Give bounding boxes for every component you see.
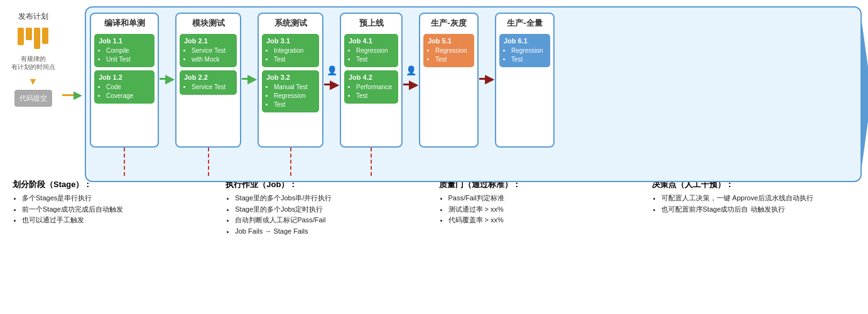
gate-exp-item-1: 测试通过率 > xx% [448, 204, 643, 215]
schedule-subtitle: 有规律的 有计划的时间点 [11, 55, 55, 71]
job-3-2: Job 3.2 Manual Test Regression Test [262, 70, 319, 112]
job-1-2: Job 1.2 Code Coverage [94, 70, 155, 104]
arrow-2-3: ▶ [242, 71, 257, 86]
stage-rect-1: 编译和单测 Job 1.1 Compile Unit Test Job 1.2 [90, 13, 159, 148]
job-6-1: Job 6.1 Regression Test [499, 34, 550, 67]
job4-2-item-1: Test [356, 92, 394, 100]
top-row: 发布计划 有规律的 有计划的时间点 ▼ 代码提交 ▶ [6, 6, 862, 173]
down-arrow-icon: ▼ [28, 76, 38, 87]
pipeline-stages-container: 编译和单测 Job 1.1 Compile Unit Test Job 1.2 [85, 6, 862, 182]
bar4 [42, 28, 48, 44]
job3-1-items: Integration Test [266, 46, 315, 64]
job1-1-item-0: Compile [106, 46, 150, 55]
stage-block-1: 编译和单测 Job 1.1 Compile Unit Test Job 1.2 [90, 13, 159, 176]
job6-1-items: Regression Test [504, 46, 546, 64]
stage4-title: 预上线 [359, 18, 384, 29]
job2-1-item-1: with Mock [192, 55, 232, 64]
job4-2-title: Job 4.2 [349, 73, 394, 81]
job2-1-item-0: Service Test [192, 46, 232, 55]
person-gate-icon-2: 👤 [406, 65, 416, 75]
job6-1-title: Job 6.1 [504, 37, 546, 45]
gate-explanation-list: Pass/Fail判定标准 测试通过率 > xx% 代码覆盖率 > xx% [439, 193, 643, 226]
decision-exp-item-1: 也可配置前序Stage成功后自 动触发执行 [661, 204, 855, 215]
stage-block-3: 系统测试 Job 3.1 Integration Test Job 3.2 [258, 13, 323, 176]
decision-explanation-block: 决策点（人工干预）： 可配置人工决策，一键 Approve后流水线自动执行 也可… [652, 179, 855, 237]
job2-1-title: Job 2.1 [184, 37, 232, 45]
job-exp-item-3: Job Fails → Stage Fails [235, 226, 429, 237]
job1-1-item-1: Unit Test [106, 55, 150, 64]
stage6-title: 生产-全量 [507, 18, 542, 29]
left-to-pipeline-arrow: ▶ [62, 88, 82, 102]
job4-2-items: Performance Test [349, 83, 394, 100]
arrow-1-2: ▶ [160, 71, 175, 86]
stage4-jobs: Job 4.1 Regression Test Job 4.2 Performa… [344, 34, 398, 104]
stage5-title: 生产-灰度 [431, 18, 466, 29]
job5-1-title: Job 5.1 [428, 37, 470, 45]
code-commit-box: 代码提交 [14, 90, 52, 107]
stage-rect-4: 预上线 Job 4.1 Regression Test Job 4.2 [340, 13, 403, 148]
job5-1-item-0: Regression [435, 46, 470, 55]
person-gate-icon-1: 👤 [327, 65, 337, 75]
stage-rect-5: 生产-灰度 Job 5.1 Regression Test [419, 13, 479, 148]
stage2-title: 模块测试 [192, 18, 225, 29]
arrow-4-5: 👤 ▶ [403, 65, 418, 92]
stage-block-6: 生产-全量 Job 6.1 Regression Test [495, 13, 555, 176]
decision-explanation-list: 可配置人工决策，一键 Approve后流水线自动执行 也可配置前序Stage成功… [652, 193, 855, 215]
job3-2-item-1: Regression [274, 92, 315, 100]
stage-explanation-list: 多个Stages是串行执行 前一个Stage成功完成后自动触发 也可以通过手工触… [13, 193, 216, 226]
job3-2-title: Job 3.2 [266, 73, 315, 81]
job-5-1: Job 5.1 Regression Test [423, 34, 474, 67]
job3-1-item-1: Test [274, 55, 315, 64]
arrow-head-3-4-icon: ▶ [330, 77, 339, 92]
left-section: 发布计划 有规律的 有计划的时间点 ▼ 代码提交 [6, 6, 60, 107]
job-2-1: Job 2.1 Service Test with Mock [180, 34, 237, 67]
job3-2-items: Manual Test Regression Test [266, 83, 315, 109]
stage1-title: 编译和单测 [104, 18, 145, 29]
stage2-jobs: Job 2.1 Service Test with Mock Job 2.2 S… [180, 34, 237, 95]
job-exp-item-0: Stage里的多个Jobs串/并行执行 [235, 193, 429, 204]
job-1-1: Job 1.1 Compile Unit Test [94, 34, 155, 67]
stage-explanation-block: 划分阶段（Stage）： 多个Stages是串行执行 前一个Stage成功完成后… [13, 179, 216, 237]
job3-2-item-2: Test [274, 100, 315, 109]
job1-2-item-1: Coverage [106, 92, 150, 100]
stage4-dashed-line [371, 148, 372, 176]
job4-1-item-0: Regression [356, 46, 394, 55]
stage6-jobs: Job 6.1 Regression Test [499, 34, 550, 67]
arrow-4-5-line: ▶ [403, 77, 418, 92]
job1-2-title: Job 1.2 [99, 73, 150, 81]
stage2-dashed-line [208, 148, 209, 176]
stage3-jobs: Job 3.1 Integration Test Job 3.2 Manual … [262, 34, 319, 112]
gate-exp-item-2: 代码覆盖率 > xx% [448, 215, 643, 226]
job5-1-items: Regression Test [428, 46, 470, 64]
stage-exp-item-1: 前一个Stage成功完成后自动触发 [22, 204, 216, 215]
schedule-title: 发布计划 [18, 11, 48, 22]
bottom-row: 划分阶段（Stage）： 多个Stages是串行执行 前一个Stage成功完成后… [6, 176, 862, 237]
arrow-3-4-line: ▶ [324, 77, 339, 92]
arrow-head-1-2-icon: ▶ [165, 71, 175, 86]
stage-exp-item-2: 也可以通过手工触发 [22, 215, 216, 226]
job3-2-item-0: Manual Test [274, 83, 315, 92]
job3-1-item-0: Integration [274, 46, 315, 55]
arrow-5-6: ▶ [479, 71, 494, 86]
stage-exp-item-0: 多个Stages是串行执行 [22, 193, 216, 204]
job-explanation-block: 执行作业（Job）： Stage里的多个Jobs串/并行执行 Stage里的多个… [225, 179, 429, 237]
decision-exp-item-0: 可配置人工决策，一键 Approve后流水线自动执行 [661, 193, 855, 204]
arrow-3-4: 👤 ▶ [324, 65, 339, 92]
arrow-head-2-3-icon: ▶ [247, 71, 257, 86]
job-3-1: Job 3.1 Integration Test [262, 34, 319, 67]
job4-1-item-1: Test [356, 55, 394, 64]
job6-1-item-0: Regression [511, 46, 546, 55]
job-exp-item-1: Stage里的多个Jobs定时执行 [235, 204, 429, 215]
job3-1-title: Job 3.1 [266, 37, 315, 45]
job-exp-item-2: 自动判断或人工标记Pass/Fail [235, 215, 429, 226]
job2-1-items: Service Test with Mock [184, 46, 232, 64]
job-explanation-list: Stage里的多个Jobs串/并行执行 Stage里的多个Jobs定时执行 自动… [225, 193, 429, 237]
stage-block-5: 生产-灰度 Job 5.1 Regression Test [419, 13, 479, 176]
job1-1-title: Job 1.1 [99, 37, 150, 45]
job1-1-items: Compile Unit Test [99, 46, 150, 64]
job6-1-item-1: Test [511, 55, 546, 64]
job2-2-items: Service Test [184, 83, 232, 92]
gate-exp-item-0: Pass/Fail判定标准 [448, 193, 643, 204]
stage-block-2: 模块测试 Job 2.1 Service Test with Mock Job … [175, 13, 241, 176]
job-2-2: Job 2.2 Service Test [180, 70, 237, 95]
